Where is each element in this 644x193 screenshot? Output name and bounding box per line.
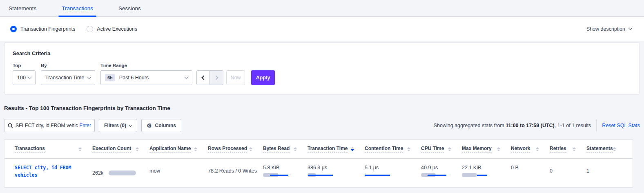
sort-icon[interactable] <box>536 147 539 151</box>
tab-sessions[interactable]: Sessions <box>115 0 144 16</box>
cell-transaction-time: 386.3 µs <box>308 159 365 187</box>
columns-button[interactable]: ⚙ Columns <box>141 119 181 132</box>
radio-label: Active Executions <box>97 26 137 32</box>
column-header-cpu-time[interactable]: CPU Time <box>421 146 462 153</box>
cell-cpu-time: 40.9 µs <box>421 159 462 187</box>
sort-icon[interactable] <box>351 147 354 151</box>
chevron-down-icon <box>185 75 189 79</box>
cell-contention-time: 5.1 µs <box>365 159 421 187</box>
by-select-value: Transaction Time <box>45 75 84 81</box>
cell-application-name: movr <box>149 159 208 187</box>
time-range-value: Past 6 Hours <box>119 75 149 81</box>
chevron-right-icon <box>214 75 218 80</box>
search-criteria-card: Search Criteria Top 100 By Transaction T… <box>4 43 640 94</box>
execution-count-bar <box>109 171 136 175</box>
time-range-forward-button[interactable] <box>210 70 223 85</box>
filters-button[interactable]: Filters (0) <box>99 119 137 132</box>
cell-transaction-query: SELECT city, id FROM vehicles <box>15 159 92 187</box>
now-button[interactable]: Now <box>226 70 245 85</box>
view-toggle-band: Transaction Fingerprints Active Executio… <box>0 17 644 41</box>
top-label: Top <box>13 63 36 68</box>
sort-icon[interactable] <box>294 147 297 151</box>
vertical-divider <box>596 119 597 132</box>
column-header-application-name[interactable]: Application Name <box>149 146 208 153</box>
transactions-table: Transactions Execution Count Application… <box>4 139 633 188</box>
search-enter-hint[interactable]: Enter <box>79 123 91 128</box>
bytes-read-bar <box>263 173 288 177</box>
search-box[interactable]: Enter <box>4 119 95 132</box>
reset-sql-stats-link[interactable]: Reset SQL Stats <box>602 123 640 128</box>
radio-transaction-fingerprints[interactable]: Transaction Fingerprints <box>10 26 75 32</box>
transaction-time-bar <box>308 173 333 177</box>
chevron-down-icon <box>628 26 633 30</box>
sort-icon[interactable] <box>448 147 451 151</box>
sort-icon[interactable] <box>613 147 616 151</box>
column-header-execution-count[interactable]: Execution Count <box>92 146 149 153</box>
radio-active-executions[interactable]: Active Executions <box>87 26 137 32</box>
filters-label: Filters (0) <box>104 123 126 128</box>
tab-statements[interactable]: Statements <box>5 0 40 16</box>
column-header-transaction-time[interactable]: Transaction Time <box>308 146 365 153</box>
cell-execution-count: 262k <box>92 159 149 187</box>
top-select-value: 100 <box>17 75 26 81</box>
results-toolbar: Enter Filters (0) ⚙ Columns Showing aggr… <box>0 119 644 132</box>
time-range-select[interactable]: 6h Past 6 Hours <box>100 70 192 85</box>
search-input[interactable] <box>16 123 78 128</box>
top-select[interactable]: 100 <box>13 70 36 85</box>
results-heading: Results - Top 100 Transaction Fingerprin… <box>4 105 644 111</box>
column-header-statements[interactable]: Statements <box>586 146 623 153</box>
cell-bytes-read: 5.8 KiB <box>263 159 308 187</box>
table-row: SELECT city, id FROM vehicles 262k movr … <box>4 159 633 187</box>
chevron-down-icon <box>87 75 91 79</box>
radio-unselected-icon[interactable] <box>87 26 93 32</box>
chevron-down-icon <box>28 75 32 79</box>
column-header-contention-time[interactable]: Contention Time <box>365 146 421 153</box>
sort-icon[interactable] <box>407 147 410 151</box>
radio-selected-icon[interactable] <box>10 26 17 32</box>
column-header-transactions[interactable]: Transactions <box>15 146 92 153</box>
table-header-row: Transactions Execution Count Application… <box>4 140 633 159</box>
contention-time-bar <box>365 173 390 177</box>
cpu-time-bar <box>421 173 446 177</box>
sort-icon[interactable] <box>249 147 252 151</box>
cell-retries: 0 <box>550 159 586 187</box>
sort-icon[interactable] <box>497 147 500 151</box>
column-header-network[interactable]: Network <box>511 146 550 153</box>
column-header-retries[interactable]: Retries <box>550 146 586 153</box>
sort-icon[interactable] <box>78 147 82 151</box>
columns-label: Columns <box>155 123 176 128</box>
chevron-down-icon <box>129 123 132 127</box>
show-description-label: Show description <box>586 26 625 32</box>
time-range-badge: 6h <box>105 74 115 81</box>
sort-icon[interactable] <box>573 147 576 151</box>
by-label: By <box>41 63 95 68</box>
by-select[interactable]: Transaction Time <box>41 70 95 85</box>
column-header-rows-processed[interactable]: Rows Processed <box>208 146 263 153</box>
time-range-back-button[interactable] <box>196 70 210 85</box>
search-criteria-title: Search Criteria <box>13 50 631 56</box>
column-header-max-memory[interactable]: Max Memory <box>462 146 511 153</box>
tab-transactions[interactable]: Transactions <box>58 0 96 16</box>
apply-button[interactable]: Apply <box>251 70 275 85</box>
radio-label: Transaction Fingerprints <box>20 26 75 32</box>
chevron-left-icon <box>201 75 206 80</box>
gear-icon: ⚙ <box>147 123 152 128</box>
aggregated-stats-text: Showing aggregated stats from 11:00 to 1… <box>434 123 591 128</box>
cell-statements: 1 <box>586 159 623 187</box>
max-memory-bar <box>462 173 487 177</box>
sort-icon[interactable] <box>136 147 139 151</box>
page-tabs: Statements Transactions Sessions <box>0 0 644 17</box>
sort-icon[interactable] <box>194 147 197 151</box>
cell-rows-processed: 78.2 Reads / 0 Writes <box>208 159 263 187</box>
show-description-toggle[interactable]: Show description <box>586 26 632 32</box>
stats-time-range: 11:00 to 17:59 (UTC) <box>506 123 554 128</box>
search-icon <box>8 123 13 128</box>
cell-max-memory: 22.1 KiB <box>462 159 511 187</box>
time-range-label: Time Range <box>100 63 192 68</box>
transaction-query-link[interactable]: SELECT city, id FROM vehicles <box>15 164 92 179</box>
column-header-bytes-read[interactable]: Bytes Read <box>263 146 308 153</box>
cell-network: 0 B <box>511 159 550 187</box>
